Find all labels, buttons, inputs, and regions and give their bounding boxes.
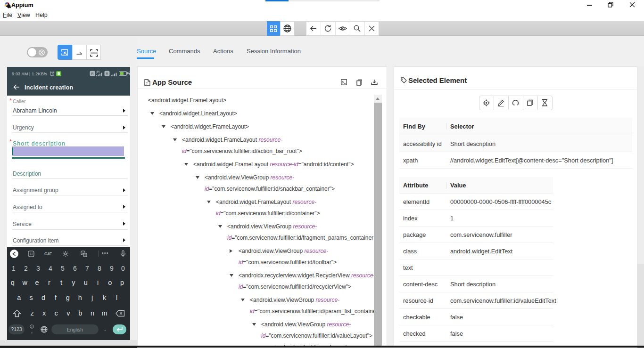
- svg-text:文: 文: [84, 254, 87, 257]
- svg-text:R: R: [91, 72, 94, 76]
- svg-text:R: R: [106, 72, 108, 76]
